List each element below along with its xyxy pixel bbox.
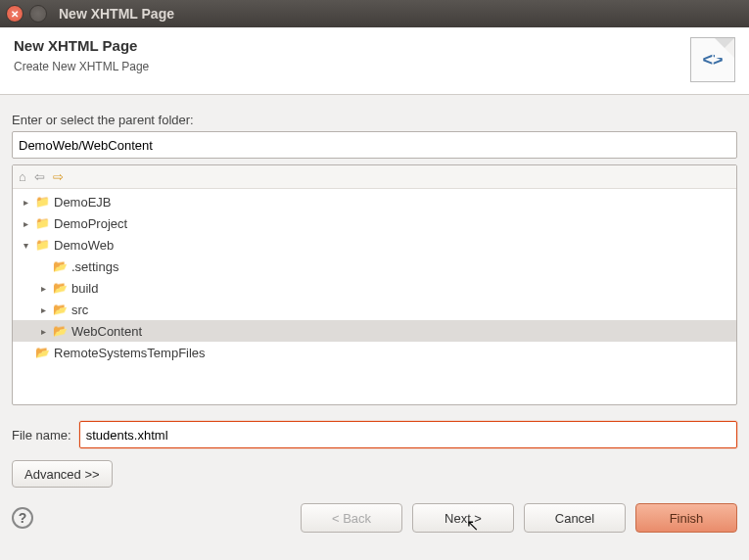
project-icon: 📁 (34, 238, 50, 252)
advanced-button[interactable]: Advanced >> (12, 460, 113, 488)
page-subtitle: Create New XHTML Page (14, 60, 149, 73)
next-button[interactable]: Next > ↖ (412, 503, 514, 533)
tree-item[interactable]: ▸📂src (13, 299, 736, 320)
tree-item-label: DemoWeb (52, 238, 114, 253)
folder-icon: 📂 (34, 346, 50, 359)
folder-icon: 📂 (52, 324, 68, 338)
folder-tree-container: ⌂ ⇦ ⇨ ▸📁DemoEJB▸📁DemoProject▾📁DemoWeb📂.s… (12, 164, 737, 405)
home-icon[interactable]: ⌂ (19, 169, 26, 184)
wizard-banner: New XHTML Page Create New XHTML Page <> (0, 27, 749, 95)
folder-icon: 📂 (52, 281, 68, 295)
tree-item-label: DemoEJB (52, 195, 112, 210)
file-name-input[interactable] (79, 421, 737, 448)
tree-twisty-icon[interactable]: ▸ (36, 283, 50, 294)
xhtml-glyph-icon: <> (702, 50, 723, 70)
next-button-label: Next > (445, 511, 482, 526)
file-name-label: File name: (12, 428, 71, 443)
tree-item-label: RemoteSystemsTempFiles (52, 346, 206, 360)
parent-folder-input[interactable] (12, 131, 737, 159)
tree-item[interactable]: ▾📁DemoWeb (13, 234, 736, 256)
parent-folder-label: Enter or select the parent folder: (12, 113, 737, 127)
finish-button[interactable]: Finish (635, 503, 737, 533)
help-icon[interactable]: ? (12, 507, 33, 529)
folder-icon: 📂 (52, 303, 68, 316)
project-icon: 📁 (34, 216, 50, 230)
tree-twisty-icon[interactable]: ▸ (19, 218, 32, 229)
tree-item[interactable]: 📂.settings (13, 256, 736, 277)
window-minimize-icon[interactable] (29, 5, 47, 23)
back-icon[interactable]: ⇦ (34, 169, 45, 184)
tree-item[interactable]: ▸📁DemoProject (13, 212, 736, 234)
tree-item[interactable]: ▸📂build (13, 277, 736, 299)
tree-item[interactable]: 📂RemoteSystemsTempFiles (13, 342, 736, 363)
tree-twisty-icon[interactable]: ▸ (19, 197, 32, 208)
tree-item[interactable]: ▸📁DemoEJB (13, 191, 736, 212)
tree-item-label: WebContent (70, 324, 142, 339)
tree-twisty-icon[interactable]: ▸ (36, 304, 50, 315)
window-titlebar: ✕ New XHTML Page (0, 0, 749, 27)
cancel-button[interactable]: Cancel (524, 503, 626, 533)
banner-file-icon: <> (690, 37, 735, 82)
folder-tree[interactable]: ▸📁DemoEJB▸📁DemoProject▾📁DemoWeb📂.setting… (13, 189, 736, 404)
folder-icon: 📂 (52, 259, 68, 273)
page-title: New XHTML Page (14, 37, 149, 54)
tree-item-label: .settings (70, 259, 118, 274)
forward-icon[interactable]: ⇨ (53, 169, 64, 184)
back-button: < Back (301, 503, 402, 533)
project-icon: 📁 (34, 195, 50, 209)
window-close-icon[interactable]: ✕ (6, 5, 23, 23)
tree-twisty-icon[interactable]: ▾ (19, 240, 32, 251)
tree-item-label: DemoProject (52, 216, 127, 231)
tree-item-label: build (70, 281, 98, 296)
tree-item-label: src (70, 303, 88, 317)
tree-item[interactable]: ▸📂WebContent (13, 320, 736, 342)
tree-twisty-icon[interactable]: ▸ (36, 326, 50, 337)
tree-toolbar: ⌂ ⇦ ⇨ (13, 165, 736, 189)
window-title: New XHTML Page (53, 6, 174, 22)
